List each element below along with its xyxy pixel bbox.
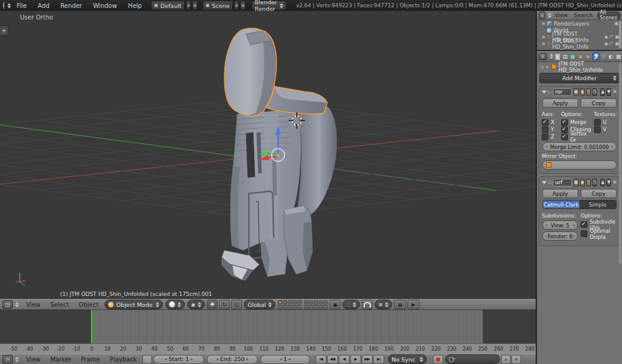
visibility-eye-icon[interactable]: ◉ xyxy=(604,35,608,39)
checkbox[interactable] xyxy=(581,230,587,237)
jump-to-start-button[interactable]: |◀ xyxy=(316,355,327,364)
subsurf-apply-button[interactable]: Apply xyxy=(542,189,578,198)
info-editor-icon[interactable]: i xyxy=(2,1,5,10)
tab-render[interactable]: ◙ xyxy=(554,52,561,60)
outliner-search-menu[interactable]: Search xyxy=(571,12,596,18)
axis-x-checkbox-row[interactable]: X xyxy=(542,118,560,126)
preview-range-button[interactable]: ◔ xyxy=(142,355,152,364)
checkbox[interactable] xyxy=(561,126,568,133)
mode-selector[interactable]: Object Mode xyxy=(105,300,163,309)
layer-toggle[interactable] xyxy=(323,300,328,304)
menu-file[interactable]: File xyxy=(11,2,32,9)
layer-toggle[interactable] xyxy=(309,300,313,304)
simple-option[interactable]: Simple xyxy=(579,201,616,208)
catmull-clark-option[interactable]: Catmull-Clark xyxy=(543,201,579,208)
collapse-arrow-icon[interactable] xyxy=(542,181,547,184)
layer-toggle[interactable] xyxy=(304,305,308,309)
edit-mode-toggle[interactable]: ▽ xyxy=(586,88,591,96)
menu-render[interactable]: Render xyxy=(55,2,88,9)
frame-end-field[interactable]: ◂End: 250▸ xyxy=(207,355,258,364)
editor-switch-arrows[interactable] xyxy=(15,302,19,307)
select-menu[interactable]: Select xyxy=(46,301,74,308)
close-layout-button[interactable]: ✕ xyxy=(192,1,198,10)
add-modifier-dropdown[interactable]: Add Modifier xyxy=(539,73,620,83)
move-up-button[interactable]: ▲ xyxy=(600,179,605,187)
keying-set-field[interactable] xyxy=(445,354,500,364)
checkbox[interactable] xyxy=(594,119,601,126)
render-opengl-button[interactable]: ▦ xyxy=(394,300,406,309)
next-keyframe-button[interactable]: ▶▶ xyxy=(362,355,373,364)
outliner-scope-selector[interactable]: All Scenes xyxy=(597,12,621,19)
layer-toggle[interactable] xyxy=(278,300,282,304)
render-visibility-toggle[interactable]: ▣ xyxy=(573,88,579,96)
render-opengl-anim-button[interactable]: ▶ xyxy=(407,300,420,309)
timeline-playback-menu[interactable]: Playback xyxy=(105,356,142,363)
timeline-view-menu[interactable]: View xyxy=(21,356,46,363)
outliner-scrollbar[interactable] xyxy=(619,21,621,49)
auto-keyframe-button[interactable] xyxy=(433,355,443,364)
transform-orientation-selector[interactable]: Global xyxy=(244,300,275,309)
checkbox[interactable] xyxy=(561,134,568,140)
move-down-button[interactable]: ▼ xyxy=(606,88,611,96)
outliner-item-object-2[interactable]: ⊕ ▽ JTM ODST HD_Shin_Unfo ◉ ◸ ▣ xyxy=(537,40,622,47)
tab-constraints[interactable]: ∞ xyxy=(584,52,591,60)
axis-y-checkbox-row[interactable]: Y xyxy=(542,126,560,133)
checkbox[interactable] xyxy=(542,134,548,140)
timeline-track-area[interactable] xyxy=(0,310,536,343)
layer-toggle[interactable] xyxy=(309,305,313,309)
modifier-name-field[interactable]: urf xyxy=(553,179,572,187)
3dview-editor-icon[interactable]: ◳ xyxy=(2,300,13,309)
menu-add[interactable]: Add xyxy=(32,2,55,9)
selectability-arrow-icon[interactable]: ◸ xyxy=(610,35,613,39)
renderability-camera-icon[interactable]: ▣ xyxy=(615,41,619,46)
timeline-marker-menu[interactable]: Marker xyxy=(46,356,77,363)
editor-switch-arrows[interactable] xyxy=(15,357,19,362)
layer-toggle[interactable] xyxy=(283,305,287,309)
expander-icon[interactable]: ⊕ xyxy=(542,35,545,39)
tab-object-data[interactable]: ▽ xyxy=(600,52,607,60)
menu-window[interactable]: Window xyxy=(88,2,122,9)
modifier-name-field[interactable]: ror xyxy=(553,88,572,96)
pin-icon[interactable]: ◎ xyxy=(541,64,544,69)
layer-toggle[interactable] xyxy=(314,300,318,304)
properties-scrollbar[interactable] xyxy=(619,63,621,264)
close-scene-button[interactable]: ✕ xyxy=(240,1,246,10)
layer-toggle[interactable] xyxy=(297,305,302,309)
model-knee-guard-selected[interactable] xyxy=(224,29,327,117)
3d-viewport[interactable]: User Ortho + (1) JTM ODST HD_Shin_Unfold… xyxy=(0,11,536,299)
layer-toggle[interactable] xyxy=(278,305,282,309)
lock-to-scene-button[interactable]: ▣ xyxy=(330,300,340,309)
properties-editor-icon[interactable]: ☰ xyxy=(539,53,547,60)
scene-selector[interactable]: ▣ Scene xyxy=(202,1,233,10)
snap-toggle-button[interactable] xyxy=(362,300,373,309)
mirror-object-field[interactable] xyxy=(542,160,617,170)
current-frame-field[interactable]: ◂1▸ xyxy=(260,355,310,364)
delete-modifier-icon[interactable]: ✕ xyxy=(612,179,617,185)
screen-layout-selector[interactable]: ▦ Default xyxy=(151,1,184,10)
checkbox[interactable] xyxy=(581,221,587,228)
mirror-copy-button[interactable]: Copy xyxy=(581,98,617,108)
timeline-frame-menu[interactable]: Frame xyxy=(76,356,105,363)
optimal-display-checkbox-row[interactable]: Optimal Displa xyxy=(581,229,617,238)
collapse-arrow-icon[interactable] xyxy=(542,91,547,94)
add-layout-button[interactable]: + xyxy=(186,1,192,10)
delete-modifier-icon[interactable]: ✕ xyxy=(612,89,617,95)
add-scene-button[interactable]: + xyxy=(234,1,240,10)
layer-toggle[interactable] xyxy=(319,305,323,309)
texture-u-checkbox-row[interactable]: U xyxy=(594,118,617,126)
texture-v-checkbox-row[interactable]: V xyxy=(594,126,617,133)
move-down-button[interactable]: ▼ xyxy=(606,179,611,187)
prev-keyframe-button[interactable]: ◀◀ xyxy=(327,355,338,364)
shading-selector[interactable] xyxy=(165,300,185,309)
tab-modifiers[interactable] xyxy=(592,52,600,60)
pivot-selector[interactable]: ◉ xyxy=(187,300,205,309)
layer-toggle[interactable] xyxy=(288,300,292,304)
axis-z-checkbox-row[interactable]: Z xyxy=(542,133,560,140)
proportional-edit-selector[interactable]: ◌ xyxy=(342,300,360,309)
layer-toggle[interactable] xyxy=(283,300,287,304)
checkbox[interactable] xyxy=(561,119,568,126)
checkbox[interactable] xyxy=(542,119,548,126)
menu-help[interactable]: Help xyxy=(122,2,147,9)
delete-keyframe-button[interactable]: ✕ xyxy=(511,355,521,364)
render-engine-selector[interactable]: Blender Render xyxy=(252,1,286,10)
